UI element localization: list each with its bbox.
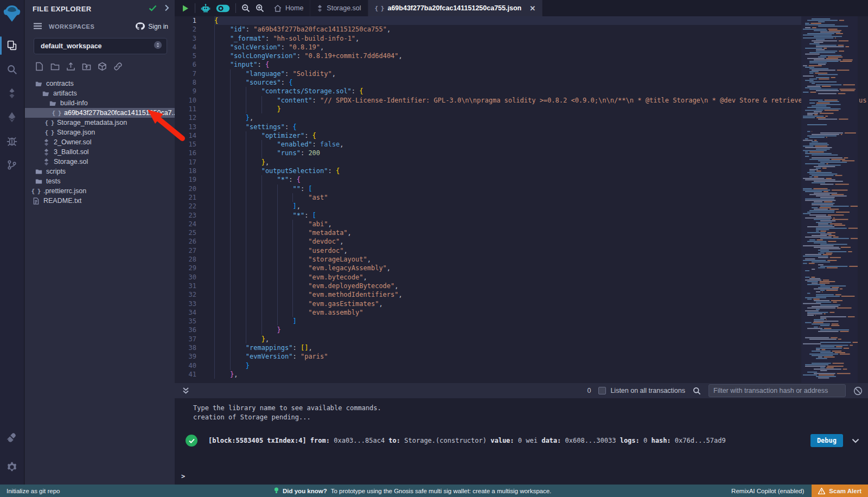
terminal-search-icon <box>693 387 701 395</box>
code-line-13: "settings": { <box>214 123 801 131</box>
scam-alert-label: Scam Alert <box>829 488 861 494</box>
debug-button[interactable]: Debug <box>810 434 843 447</box>
publish-ipfs-icon[interactable] <box>98 62 107 73</box>
publish-gist-link-icon[interactable] <box>113 62 123 73</box>
code-line-25: "metadata", <box>214 228 801 237</box>
code-line-40: } <box>214 361 801 370</box>
tab-label: Home <box>285 4 303 12</box>
tree-item-label: a69b43f277ba20fcac141151250ca7... <box>64 109 175 117</box>
tree-item-artifacts[interactable]: artifacts <box>25 88 175 98</box>
tree-item-3-ballot-sol[interactable]: 3_Ballot.sol <box>25 147 175 157</box>
tab-bar: Home Storage.sol { } a69b43f277ba20fcac1… <box>175 0 868 16</box>
workspaces-row: WORKSPACES Sign in <box>25 17 175 35</box>
tree-item-label: tests <box>46 177 60 185</box>
settings-gear-icon[interactable] <box>0 455 24 479</box>
sidebar-item-git[interactable] <box>0 153 24 177</box>
clear-console-icon[interactable] <box>853 386 863 396</box>
terminal-header: 0 Listen on all transactions <box>175 383 868 398</box>
tree-item-storage-json[interactable]: { }Storage.json <box>25 128 175 137</box>
zoom-out-icon[interactable] <box>241 4 250 12</box>
panel-header: FILE EXPLORER <box>25 0 175 17</box>
file-tree: contractsartifactsbuild-info{ }a69b43f27… <box>25 79 175 206</box>
git-init-button[interactable]: Initialize as git repo <box>7 488 60 494</box>
tab-close-icon[interactable]: ✕ <box>529 4 535 12</box>
code-line-39: "evmVersion": "paris" <box>214 352 801 361</box>
status-bar: Initialize as git repo Did you know? To … <box>0 485 868 497</box>
panel-expand-chevron-icon[interactable] <box>164 4 169 13</box>
tree-item-label: 2_Owner.sol <box>54 138 91 146</box>
tab-build-info-json[interactable]: { } a69b43f277ba20fcac141151250ca755.jso… <box>368 0 543 16</box>
tree-item-build-info[interactable]: build-info <box>25 98 175 108</box>
code-line-37: }, <box>214 335 801 343</box>
sidebar-item-file-explorer[interactable] <box>0 34 24 58</box>
tab-storage-sol[interactable]: Storage.sol <box>310 0 368 16</box>
json-file-icon: { } <box>375 5 384 12</box>
code-line-19: "*": { <box>214 175 801 184</box>
terminal-collapse-icon[interactable] <box>182 387 189 394</box>
zoom-in-icon[interactable] <box>256 4 264 12</box>
code-line-18: "outputSelection": { <box>214 167 801 175</box>
terminal-body[interactable]: Type the library name to see available c… <box>175 398 868 485</box>
code-line-3: "_format": "hh-sol-build-info-1", <box>214 34 801 43</box>
sidebar-item-debugger[interactable] <box>0 129 24 153</box>
tx-success-check-icon <box>186 435 197 447</box>
workspaces-menu-icon[interactable] <box>34 22 42 31</box>
tree-item-label: Storage_metadata.json <box>57 119 127 126</box>
transaction-count-badge: 0 <box>587 387 591 394</box>
editor-gutter: 1234567891011121314151617181920212223242… <box>175 16 206 379</box>
ai-copilot-toggle[interactable] <box>216 4 230 12</box>
upload-folder-icon[interactable] <box>82 62 91 73</box>
workspace-select[interactable]: default_workspace <box>34 38 167 54</box>
minimap[interactable] <box>801 16 858 383</box>
sidebar-item-search[interactable] <box>0 58 24 81</box>
activity-bar <box>0 0 24 485</box>
folder-open-icon <box>49 100 56 107</box>
code-line-9: "contracts/Storage.sol": { <box>214 87 801 95</box>
warning-triangle-icon <box>818 488 825 494</box>
new-folder-icon[interactable] <box>50 62 60 73</box>
code-line-10: "content": "// SPDX-License-Identifier: … <box>214 96 801 105</box>
upload-file-icon[interactable] <box>66 62 75 73</box>
run-script-play-icon[interactable] <box>181 4 189 12</box>
github-icon <box>136 22 145 31</box>
tree-item-label: Storage.json <box>57 129 95 136</box>
scam-alert-badge[interactable]: Scam Alert <box>812 485 868 497</box>
tab-home[interactable]: Home <box>267 0 310 16</box>
tx-expand-chevron-icon[interactable] <box>852 438 859 443</box>
sidebar-item-solidity-compiler[interactable] <box>0 81 24 105</box>
transaction-log-row[interactable]: [block:5583405 txIndex:4] from: 0xa03...… <box>186 434 859 447</box>
file-icon <box>32 197 40 205</box>
terminal-controls: 0 Listen on all transactions <box>587 384 863 397</box>
code-editor[interactable]: 1234567891011121314151617181920212223242… <box>175 16 868 383</box>
sidebar-item-deploy-run[interactable] <box>0 105 24 129</box>
folder-open-icon <box>35 80 42 87</box>
code-line-27: "userdoc", <box>214 246 801 255</box>
tree-item--prettierrc-json[interactable]: { }.prettierrc.json <box>25 186 175 196</box>
code-line-1: { <box>214 16 801 25</box>
code-line-6: "input": { <box>214 60 801 69</box>
tree-item-label: 3_Ballot.sol <box>54 148 89 156</box>
tree-item-scripts[interactable]: scripts <box>25 167 175 176</box>
editor-toolbar <box>175 0 267 16</box>
tree-item-a69b43f277ba20fcac141151250ca7-[interactable]: { }a69b43f277ba20fcac141151250ca7... <box>25 108 175 118</box>
code-line-11: } <box>214 105 801 113</box>
terminal-prompt[interactable]: > <box>181 473 185 480</box>
json-file-icon: { } <box>46 119 53 126</box>
ai-copilot-robot-icon[interactable] <box>201 4 210 13</box>
transaction-filter-input[interactable] <box>709 384 846 397</box>
tree-item-2-owner-sol[interactable]: 2_Owner.sol <box>25 137 175 147</box>
code-line-41: }, <box>214 370 801 379</box>
tree-item-label: Storage.sol <box>54 158 88 165</box>
tree-item-readme-txt[interactable]: README.txt <box>25 196 175 206</box>
tree-item-storage-sol[interactable]: Storage.sol <box>25 157 175 167</box>
solidity-file-icon <box>317 5 323 12</box>
tree-item-contracts[interactable]: contracts <box>25 79 175 88</box>
tree-item-tests[interactable]: tests <box>25 176 175 186</box>
github-sign-in-button[interactable]: Sign in <box>136 22 168 31</box>
new-file-icon[interactable] <box>35 62 44 73</box>
plugin-manager-icon[interactable] <box>0 426 24 450</box>
listen-checkbox[interactable] <box>598 387 606 394</box>
tree-item-storage-metadata-json[interactable]: { }Storage_metadata.json <box>25 118 175 128</box>
tab-label: a69b43f277ba20fcac141151250ca755.json <box>387 4 521 12</box>
copilot-status[interactable]: RemixAI Copilot (enabled) <box>731 488 804 494</box>
